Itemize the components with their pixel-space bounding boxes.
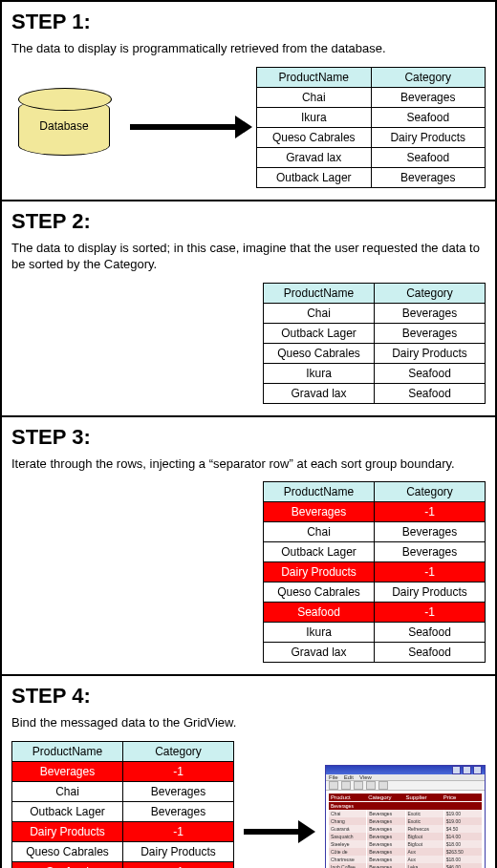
table-row: IkuraSeafood <box>257 107 486 127</box>
step1-desc: The data to display is programmatically … <box>11 40 486 57</box>
table-header: ProductName <box>257 67 372 87</box>
browser-toolbar <box>326 781 485 791</box>
table-row: Outback LagerBeverages <box>264 323 486 343</box>
diagram-container: STEP 1: The data to display is programma… <box>0 0 497 868</box>
table-row: Queso CabralesDairy Products <box>264 582 486 603</box>
step1-title: STEP 1: <box>11 10 486 34</box>
step1-table: ProductNameCategory ChaiBeverages IkuraS… <box>256 67 486 188</box>
table-row: Queso CabralesDairy Products <box>257 127 486 147</box>
table-header: Category <box>371 67 486 87</box>
table-row: ChaiBeverages <box>257 87 486 107</box>
step2-table: ProductNameCategory ChaiBeverages Outbac… <box>263 283 486 404</box>
gridview-content: ProductCategorySupplierPrice Beverages C… <box>326 791 485 868</box>
arrow-icon <box>130 116 252 138</box>
table-row: ChaiBeverages <box>264 303 486 323</box>
step1-panel: STEP 1: The data to display is programma… <box>2 2 495 201</box>
table-row: IkuraSeafood <box>264 623 486 643</box>
step2-title: STEP 2: <box>11 209 486 234</box>
window-controls <box>452 766 482 774</box>
browser-menubar: FileEditView <box>326 774 485 781</box>
separator-row: Dairy Products-1 <box>12 821 234 841</box>
browser-titlebar <box>326 766 485 774</box>
table-header: Category <box>375 482 486 502</box>
table-row: Gravad laxSeafood <box>264 643 486 663</box>
table-header: Category <box>375 283 486 303</box>
separator-row: Dairy Products-1 <box>264 562 486 582</box>
step2-panel: STEP 2: The data to display is sorted; i… <box>2 201 495 417</box>
step3-table: ProductNameCategory Beverages-1 ChaiBeve… <box>263 481 486 663</box>
step4-title: STEP 4: <box>11 684 486 709</box>
table-row: Outback LagerBeverages <box>257 167 486 187</box>
database-label: Database <box>19 119 109 133</box>
table-row: Outback LagerBeverages <box>264 542 486 562</box>
database-cylinder: Database <box>11 98 117 156</box>
step4-desc: Bind the messaged data to the GridView. <box>11 714 486 731</box>
table-row: Gravad laxSeafood <box>264 383 486 403</box>
table-header: Category <box>123 741 234 761</box>
browser-title-text <box>329 767 331 773</box>
gridview-screenshot: FileEditView ProductCategorySupplierPric… <box>325 765 486 868</box>
step3-desc: Iterate through the rows, injecting a “s… <box>11 455 486 473</box>
step3-title: STEP 3: <box>11 425 486 450</box>
separator-row: Seafood-1 <box>12 861 234 868</box>
table-row: ChaiBeverages <box>12 781 234 801</box>
step2-desc: The data to display is sorted; in this c… <box>11 240 486 273</box>
table-row: Queso CabralesDairy Products <box>264 343 486 363</box>
table-header: ProductName <box>12 741 123 761</box>
table-header: ProductName <box>264 283 375 303</box>
table-row: Gravad laxSeafood <box>257 147 486 167</box>
table-row: ChaiBeverages <box>264 522 486 542</box>
table-row: IkuraSeafood <box>264 363 486 383</box>
table-header: ProductName <box>264 482 375 502</box>
step4-panel: STEP 4: Bind the messaged data to the Gr… <box>2 676 495 868</box>
step3-panel: STEP 3: Iterate through the rows, inject… <box>2 417 495 677</box>
separator-row: Beverages-1 <box>12 761 234 781</box>
separator-row: Seafood-1 <box>264 603 486 623</box>
separator-row: Beverages-1 <box>264 502 486 522</box>
step4-table: ProductNameCategory Beverages-1 ChaiBeve… <box>11 741 234 868</box>
table-row: Queso CabralesDairy Products <box>12 841 234 861</box>
arrow-icon <box>244 820 315 843</box>
table-row: Outback LagerBeverages <box>12 801 234 821</box>
